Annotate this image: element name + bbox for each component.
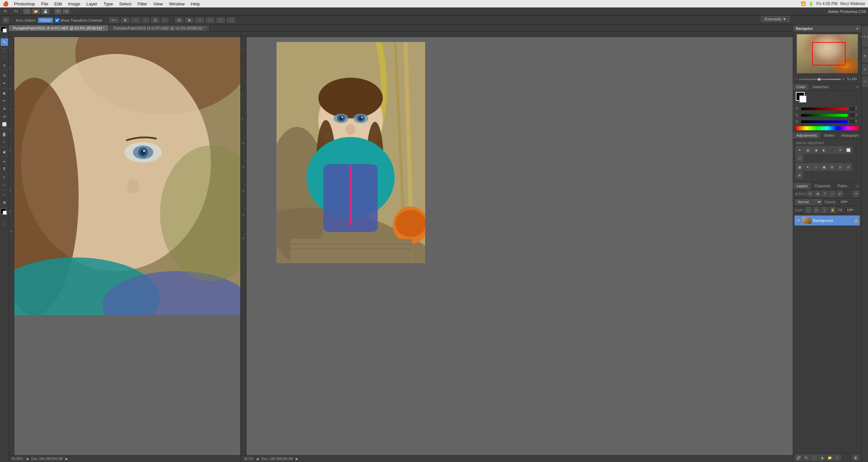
distribute-bottom-btn[interactable]: ⬚: [227, 18, 235, 23]
green-slider[interactable]: [801, 114, 848, 117]
delete-layer-btn[interactable]: 🗑: [852, 455, 859, 461]
apple-logo-icon[interactable]: 🍎: [3, 1, 8, 6]
menu-type[interactable]: Type: [101, 1, 116, 7]
color-panel-menu[interactable]: ≡: [854, 83, 861, 90]
adj-channelmixer-btn[interactable]: ✦: [804, 163, 811, 171]
align-center-h-btn[interactable]: ⊞: [121, 18, 129, 23]
distribute-center-h-btn[interactable]: ⊠: [185, 18, 193, 23]
green-input[interactable]: [849, 113, 859, 118]
distribute-right-btn[interactable]: ⬚: [195, 18, 204, 23]
dodge-tool[interactable]: ◕: [1, 148, 8, 155]
zoom-out-icon[interactable]: −: [796, 77, 798, 81]
adj-tab-histogram[interactable]: Histogram: [838, 132, 862, 139]
pen-tool[interactable]: ✒: [1, 158, 8, 165]
adj-posterize-btn[interactable]: ⊞: [828, 163, 836, 171]
options-move-btn[interactable]: ↖: [3, 17, 9, 23]
sidebar-col-btn[interactable]: C: [862, 77, 868, 87]
adj-tab-adjustments[interactable]: Adjustments: [793, 132, 821, 139]
layers-tab-channels[interactable]: Channels: [811, 182, 834, 189]
history-tool[interactable]: ⊘: [1, 113, 8, 120]
doc2-tab[interactable]: PumpkinPatch2015 (4 of 87).NEF @ 16.2% (…: [110, 25, 210, 31]
move-tool[interactable]: ↖: [1, 38, 8, 46]
sidebar-collapse-btn[interactable]: Nav: [862, 26, 868, 47]
zoom-in-icon[interactable]: +: [842, 77, 844, 81]
quick-select-tool[interactable]: ⚲: [1, 62, 8, 69]
toolbar-btn-open[interactable]: 📂: [32, 9, 40, 14]
type-tool[interactable]: T: [1, 166, 8, 173]
layers-tab-layers[interactable]: Layers: [793, 182, 811, 189]
doc2-canvas-bg[interactable]: [246, 37, 793, 455]
layers-panel-menu[interactable]: ≡: [854, 182, 861, 189]
lock-pixels-btn[interactable]: ✏: [813, 207, 820, 213]
adj-exposure-btn[interactable]: ◐: [820, 146, 828, 154]
doc1-tab[interactable]: PumpkinPatch2015 (4 of 87).NEF @ 53.5% (…: [9, 25, 109, 31]
distribute-top-btn[interactable]: ⬚: [206, 18, 214, 23]
align-top-btn[interactable]: ↑: [142, 18, 149, 23]
layers-filter-adj-btn[interactable]: ◑: [814, 191, 821, 197]
menu-image[interactable]: Image: [65, 1, 83, 7]
color-tab[interactable]: Color: [793, 83, 809, 90]
align-bottom-btn[interactable]: ↓: [161, 18, 169, 23]
menu-file[interactable]: File: [38, 1, 51, 7]
blur-tool[interactable]: ◊: [1, 138, 8, 146]
doc1-arrow-right[interactable]: ▶: [65, 457, 68, 461]
new-layer-btn[interactable]: +: [834, 455, 841, 461]
layer-visibility-icon[interactable]: 👁: [796, 218, 801, 223]
marquee-tool[interactable]: ⬚: [1, 46, 8, 54]
adj-vibrance-btn[interactable]: ⬛: [828, 146, 836, 154]
navigator-menu-icon[interactable]: ≡: [856, 26, 859, 31]
adj-colorlookup-btn[interactable]: ⬡: [812, 163, 820, 171]
lock-position-btn[interactable]: +: [822, 207, 828, 213]
adj-threshold-btn[interactable]: ⊡: [836, 163, 844, 171]
zoom-tool[interactable]: ⊕: [1, 199, 8, 206]
color-fg-bg-area[interactable]: [796, 92, 808, 104]
fill-input[interactable]: [845, 208, 855, 213]
layers-filter-shape-btn[interactable]: □: [829, 191, 835, 197]
adj-curves-btn[interactable]: ◑: [812, 146, 820, 154]
color-spectrum-bar[interactable]: [796, 126, 859, 130]
eraser-tool[interactable]: ⬜: [1, 120, 8, 128]
healing-tool[interactable]: ◉: [1, 89, 8, 97]
swatches-tab[interactable]: Swatches: [809, 83, 832, 90]
lasso-tool[interactable]: ⌒: [1, 54, 8, 61]
distribute-left-btn[interactable]: ⊟: [175, 18, 183, 23]
tool-color-swatches[interactable]: [1, 209, 8, 217]
adj-tab-styles[interactable]: Styles: [821, 132, 838, 139]
distribute-center-v-btn[interactable]: ⬚: [216, 18, 225, 23]
menu-view[interactable]: View: [151, 1, 165, 7]
lock-all-btn[interactable]: 🔒: [830, 207, 836, 213]
doc2-arrow-right[interactable]: ▶: [296, 457, 298, 461]
gradient-tool[interactable]: ▓: [1, 130, 8, 138]
adj-invert-btn[interactable]: ▣: [820, 163, 828, 171]
red-input[interactable]: [849, 106, 859, 111]
toolbar-move-icon[interactable]: ↖: [2, 8, 9, 14]
background-color[interactable]: [3, 28, 7, 33]
adj-photfilter-btn[interactable]: ▦: [796, 163, 803, 171]
align-right-btn[interactable]: →: [131, 18, 140, 23]
layers-filter-toggle[interactable]: ●: [853, 191, 859, 197]
menu-select[interactable]: Select: [116, 1, 134, 7]
menu-photoshop[interactable]: Photoshop: [11, 1, 38, 7]
sidebar-expand-btn[interactable]: ⊞: [862, 49, 868, 62]
menu-edit[interactable]: Edit: [52, 1, 64, 7]
align-center-v-btn[interactable]: ⊡: [151, 18, 159, 23]
toolbar-btn-save[interactable]: 💾: [41, 9, 50, 14]
menu-help[interactable]: Help: [188, 1, 203, 7]
screen-mode-btn[interactable]: ⬚: [1, 219, 8, 227]
layers-filter-smart-btn[interactable]: ⊘: [837, 191, 843, 197]
sidebar-adj-btn[interactable]: A: [862, 64, 868, 75]
doc2-arrow-left[interactable]: ◀: [256, 457, 259, 461]
doc1-arrow-left[interactable]: ◀: [26, 457, 28, 461]
layers-filter-type-btn[interactable]: T: [822, 191, 828, 197]
clone-tool[interactable]: ⊕: [1, 105, 8, 112]
layer-item-background[interactable]: 👁 Background 🔒: [794, 215, 860, 226]
path-select-tool[interactable]: ↖: [1, 173, 8, 181]
nav-zoom-input[interactable]: [846, 77, 859, 82]
crop-tool[interactable]: ⊡: [1, 72, 8, 79]
new-adj-layer-btn[interactable]: ◑: [818, 455, 825, 461]
menu-filter[interactable]: Filter: [135, 1, 150, 7]
menu-window[interactable]: Window: [166, 1, 187, 7]
essentials-button[interactable]: Essentials ▼: [761, 16, 790, 22]
menu-layer[interactable]: Layer: [84, 1, 100, 7]
blue-slider[interactable]: [801, 120, 848, 123]
